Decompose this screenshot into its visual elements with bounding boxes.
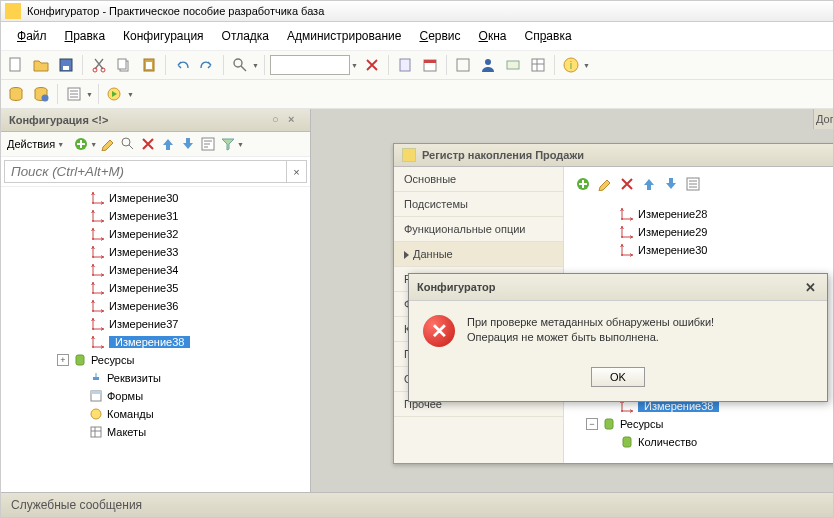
run-icon[interactable] xyxy=(104,83,126,105)
actions-dropdown-icon[interactable]: ▼ xyxy=(57,141,64,148)
edit-icon[interactable] xyxy=(99,135,117,153)
add-icon[interactable] xyxy=(72,135,90,153)
actions-label[interactable]: Действия xyxy=(7,138,55,150)
config-panel-header: Конфигурация <!> ○ × xyxy=(1,109,310,132)
menu-edit[interactable]: Правка xyxy=(57,26,114,46)
right-tab[interactable]: Доп xyxy=(813,109,833,129)
main-toolbar: ▼ ▼ i ▼ xyxy=(1,51,833,80)
tool-icon-1[interactable] xyxy=(452,54,474,76)
search-tree-icon[interactable] xyxy=(119,135,137,153)
tree-item-dimension[interactable]: Измерение30 xyxy=(1,189,310,207)
info-icon[interactable]: i xyxy=(560,54,582,76)
up-icon[interactable] xyxy=(159,135,177,153)
dialog-titlebar[interactable]: Конфигуратор ✕ xyxy=(409,274,827,301)
filter-icon[interactable] xyxy=(219,135,237,153)
menu-config[interactable]: Конфигурация xyxy=(115,26,212,46)
cut-icon[interactable] xyxy=(88,54,110,76)
panel-close-icon[interactable]: × xyxy=(288,113,302,127)
menu-debug[interactable]: Отладка xyxy=(214,26,277,46)
search-icon[interactable] xyxy=(229,54,251,76)
calc-icon[interactable] xyxy=(394,54,416,76)
data-tree-item[interactable]: Измерение30 xyxy=(570,241,833,259)
property-tab[interactable]: Данные xyxy=(394,242,563,267)
tree-item-dimension[interactable]: Измерение37 xyxy=(1,315,310,333)
menu-help[interactable]: Справка xyxy=(516,26,579,46)
tree-item-dimension[interactable]: Измерение38 xyxy=(1,333,310,351)
list-icon[interactable] xyxy=(63,83,85,105)
search-clear-icon[interactable]: × xyxy=(287,160,307,183)
svg-point-46 xyxy=(92,310,94,312)
info-dropdown-icon[interactable]: ▼ xyxy=(583,62,590,69)
user-icon[interactable] xyxy=(477,54,499,76)
tree-item-dimension[interactable]: Измерение36 xyxy=(1,297,310,315)
data-tree-item[interactable]: Измерение28 xyxy=(570,205,833,223)
data-down-icon[interactable] xyxy=(662,175,680,193)
tree-item-dimension[interactable]: Измерение35 xyxy=(1,279,310,297)
redo-icon[interactable] xyxy=(196,54,218,76)
register-window-header[interactable]: Регистр накопления Продажи xyxy=(394,144,833,167)
svg-point-70 xyxy=(631,254,633,256)
data-tree-item[interactable]: Измерение29 xyxy=(570,223,833,241)
search-input[interactable] xyxy=(4,160,287,183)
svg-rect-12 xyxy=(424,60,436,63)
data-props-icon[interactable] xyxy=(684,175,702,193)
menu-service[interactable]: Сервис xyxy=(411,26,468,46)
list-dropdown-icon[interactable]: ▼ xyxy=(86,91,93,98)
tree-item-group[interactable]: + Ресурсы xyxy=(1,351,310,369)
window-title: Конфигуратор - Практическое пособие разр… xyxy=(27,5,324,17)
db-sync-icon[interactable] xyxy=(30,83,52,105)
tree-item-label: Измерение33 xyxy=(109,246,178,258)
data-up-icon[interactable] xyxy=(640,175,658,193)
data-tree-group[interactable]: − Ресурсы xyxy=(570,415,833,433)
tree-item-group[interactable]: Макеты xyxy=(1,423,310,441)
clear-icon[interactable] xyxy=(361,54,383,76)
menu-admin[interactable]: Администрирование xyxy=(279,26,409,46)
undo-icon[interactable] xyxy=(171,54,193,76)
panel-pin-icon[interactable]: ○ xyxy=(272,113,286,127)
tree-item-dimension[interactable]: Измерение33 xyxy=(1,243,310,261)
tool-icon-2[interactable] xyxy=(502,54,524,76)
tree-item-label: Формы xyxy=(107,390,143,402)
tree-item-group[interactable]: Команды xyxy=(1,405,310,423)
expander-icon[interactable]: − xyxy=(586,418,598,430)
delete-icon[interactable] xyxy=(139,135,157,153)
calendar-icon[interactable] xyxy=(419,54,441,76)
svg-rect-0 xyxy=(10,58,20,71)
property-tab[interactable]: Функциональные опции xyxy=(394,217,563,242)
property-tab[interactable]: Основные xyxy=(394,167,563,192)
paste-icon[interactable] xyxy=(138,54,160,76)
svg-rect-54 xyxy=(76,355,84,365)
run-dropdown-icon[interactable]: ▼ xyxy=(127,91,134,98)
data-add-icon[interactable] xyxy=(574,175,592,193)
tree-item-group[interactable]: Формы xyxy=(1,387,310,405)
save-icon[interactable] xyxy=(55,54,77,76)
toolbar-search-input[interactable] xyxy=(270,55,350,75)
new-icon[interactable] xyxy=(5,54,27,76)
down-icon[interactable] xyxy=(179,135,197,153)
data-edit-icon[interactable] xyxy=(596,175,614,193)
copy-icon[interactable] xyxy=(113,54,135,76)
search-input-dropdown[interactable]: ▼ xyxy=(351,62,358,69)
tree-item-dimension[interactable]: Измерение34 xyxy=(1,261,310,279)
tree-item-group[interactable]: Реквизиты xyxy=(1,369,310,387)
search-dropdown-icon[interactable]: ▼ xyxy=(252,62,259,69)
db-icon[interactable] xyxy=(5,83,27,105)
svg-point-42 xyxy=(92,282,94,284)
menu-windows[interactable]: Окна xyxy=(471,26,515,46)
property-tab[interactable]: Подсистемы xyxy=(394,192,563,217)
config-tree[interactable]: Измерение30 Измерение31 Измерение32 Изме… xyxy=(1,187,310,492)
expander-icon[interactable]: + xyxy=(57,354,69,366)
dialog-ok-button[interactable]: OK xyxy=(591,367,645,387)
tool-icon-3[interactable] xyxy=(527,54,549,76)
open-icon[interactable] xyxy=(30,54,52,76)
data-tree-subitem[interactable]: Количество xyxy=(570,433,833,451)
svg-point-14 xyxy=(485,59,491,65)
menu-file[interactable]: Файл xyxy=(9,26,55,46)
tree-item-dimension[interactable]: Измерение31 xyxy=(1,207,310,225)
add-dropdown-icon[interactable]: ▼ xyxy=(90,141,97,148)
dialog-close-icon[interactable]: ✕ xyxy=(801,279,819,295)
sort-icon[interactable] xyxy=(199,135,217,153)
filter-dropdown-icon[interactable]: ▼ xyxy=(237,141,244,148)
tree-item-dimension[interactable]: Измерение32 xyxy=(1,225,310,243)
data-delete-icon[interactable] xyxy=(618,175,636,193)
